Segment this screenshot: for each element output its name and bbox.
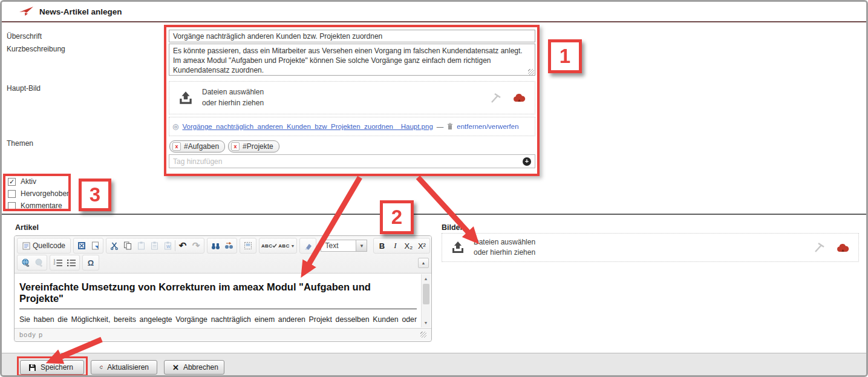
cloud-upload-icon[interactable]: [836, 243, 850, 253]
element-path[interactable]: body p: [19, 331, 43, 338]
scayt-icon: ABC: [278, 243, 289, 249]
format-combo: Text ▼: [321, 240, 367, 252]
footer-bar: Speichern Aktualisieren ✕ Abbrechen: [2, 353, 866, 377]
bold-label: B: [379, 241, 385, 251]
undo-icon: ↶: [179, 240, 187, 251]
omega-icon: Ω: [88, 258, 94, 267]
unlink-button[interactable]: [33, 256, 45, 269]
italic-label: I: [394, 241, 396, 251]
link-button[interactable]: [19, 256, 31, 269]
close-icon: ✕: [172, 364, 179, 372]
source-button[interactable]: Quellcode: [19, 239, 68, 252]
article-paragraph: Sie haben die Möglichkeit, bereits angel…: [19, 314, 417, 328]
replace-button[interactable]: [223, 239, 235, 252]
svg-text:W: W: [166, 244, 171, 249]
superscript-button[interactable]: X²: [416, 239, 428, 252]
callout-2: 2: [380, 200, 414, 234]
chevron-up-icon: ▲: [422, 261, 426, 265]
editor-toolbar: Quellcode: [15, 236, 431, 274]
dropzone-line1: Dateien auswählen: [474, 237, 535, 248]
source-icon: [22, 242, 30, 250]
templates-button[interactable]: [89, 239, 101, 252]
chevron-down-icon: ▼: [359, 243, 364, 249]
italic-button[interactable]: I: [389, 239, 401, 252]
scroll-up-icon[interactable]: ▲: [422, 275, 429, 283]
templates-icon: [91, 241, 99, 250]
dropzone-text: Dateien auswählen oder hierhin ziehen: [474, 237, 535, 258]
copy-icon: [123, 241, 132, 250]
toolbar-row-1: Quellcode: [17, 238, 429, 254]
scrollbar-thumb[interactable]: [423, 284, 429, 304]
bulleted-list-button[interactable]: [65, 256, 77, 269]
find-icon: [211, 242, 220, 250]
spellcheck-check-icon: [272, 243, 277, 248]
find-button[interactable]: [209, 239, 221, 252]
paste-text-button[interactable]: [148, 239, 160, 252]
link-icon: [21, 258, 30, 267]
paste-word-icon: W: [164, 241, 172, 250]
refresh-button[interactable]: Aktualisieren: [91, 360, 157, 375]
annotation-rect-save: [17, 356, 88, 376]
label-kurzbeschreibung: Kurzbeschreibung: [7, 45, 65, 53]
article-heading: Vereinfachte Umsetzung von Korrekturen i…: [19, 281, 417, 309]
subscript-button[interactable]: X₂: [402, 239, 414, 252]
label-themen: Themen: [7, 139, 33, 148]
undo-button[interactable]: ↶: [177, 239, 189, 252]
replace-icon: [224, 242, 233, 250]
remove-format-button[interactable]: [302, 239, 314, 252]
annotation-rect-checkboxes: [3, 174, 71, 211]
bilder-section-label: Bilder: [442, 223, 463, 232]
maximize-icon: [77, 241, 86, 250]
refresh-icon: [99, 363, 103, 372]
page-title: News-Artikel anlegen: [39, 7, 122, 16]
cut-icon: [110, 241, 119, 250]
editor-scrollbar[interactable]: ▲ ▼: [421, 274, 431, 327]
toolbar-collapse-button[interactable]: ▲: [418, 258, 429, 268]
label-haupt-bild: Haupt-Bild: [7, 84, 41, 93]
paste-text-icon: [151, 241, 158, 250]
chevron-down-icon: ▼: [291, 244, 295, 248]
annotation-rect-form: [164, 25, 540, 176]
paste-button[interactable]: [135, 239, 147, 252]
special-char-button[interactable]: Ω: [85, 256, 97, 269]
label-ueberschrift: Überschrift: [7, 32, 42, 41]
scayt-dropdown-button[interactable]: ABC ▼: [278, 239, 295, 252]
redo-button[interactable]: ↷: [190, 239, 202, 252]
copy-button[interactable]: [122, 239, 134, 252]
numbered-list-button[interactable]: 1 2: [52, 256, 64, 269]
format-combo-arrow[interactable]: ▼: [356, 240, 367, 252]
editor-resize-grip[interactable]: [420, 332, 426, 338]
select-all-icon: [244, 241, 252, 250]
bulleted-list-icon: [67, 258, 76, 267]
paste-word-button[interactable]: W: [162, 239, 174, 252]
toolbar-row-2: 1 2: [17, 255, 429, 270]
section-divider: [2, 214, 866, 215]
bold-button[interactable]: B: [376, 239, 388, 252]
select-all-button[interactable]: [242, 239, 254, 252]
refresh-label: Aktualisieren: [107, 363, 149, 372]
editor-content[interactable]: Vereinfachte Umsetzung von Korrekturen i…: [15, 274, 431, 328]
cut-button[interactable]: [108, 239, 120, 252]
tool-icon[interactable]: [813, 241, 825, 254]
dropzone-line2: oder hierhin ziehen: [474, 248, 535, 258]
maximize-button[interactable]: [76, 239, 88, 252]
news-article-page: News-Artikel anlegen Überschrift Kurzbes…: [0, 0, 868, 377]
subscript-label: X₂: [405, 241, 413, 251]
spellcheck-button[interactable]: ABC: [261, 239, 277, 252]
cancel-button[interactable]: ✕ Abbrechen: [164, 360, 224, 375]
scroll-down-icon[interactable]: ▼: [422, 319, 429, 327]
rich-text-editor: Quellcode: [14, 235, 432, 342]
format-combo-value[interactable]: Text: [321, 240, 356, 252]
numbered-list-icon: 1 2: [53, 258, 63, 267]
spellcheck-icon: ABC: [261, 243, 272, 249]
editor-path-bar: body p: [15, 328, 431, 341]
source-label: Quellcode: [33, 241, 65, 250]
callout-1: 1: [548, 39, 582, 73]
unlink-icon: [34, 258, 44, 267]
bilder-dropzone[interactable]: Dateien auswählen oder hierhin ziehen: [442, 233, 859, 262]
superscript-label: X²: [418, 241, 426, 251]
upload-icon: [451, 241, 465, 254]
page-header: News-Artikel anlegen: [2, 2, 866, 22]
redo-icon: ↷: [192, 240, 200, 251]
paste-icon: [137, 241, 145, 250]
